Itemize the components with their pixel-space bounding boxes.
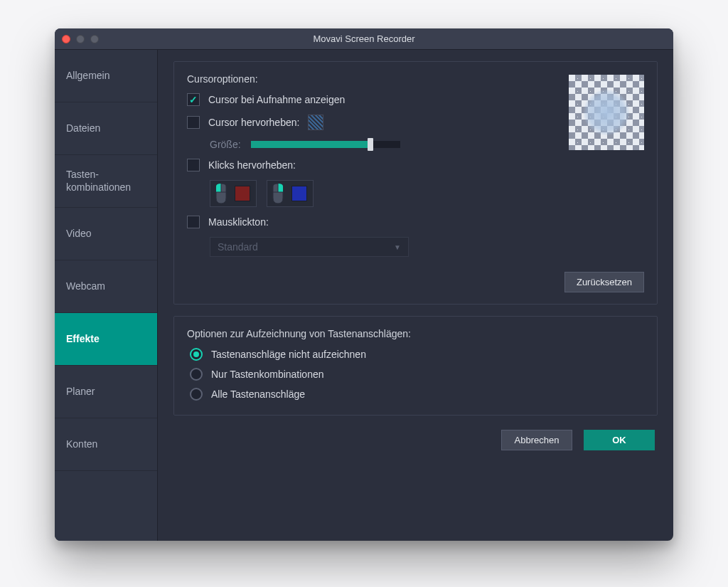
- sidebar-item-label: Allgemein: [66, 70, 109, 83]
- size-slider[interactable]: [251, 141, 400, 148]
- cancel-button[interactable]: Abbrechen: [501, 430, 572, 450]
- minimize-icon[interactable]: [76, 35, 85, 43]
- click-sound-select-value: Standard: [218, 241, 258, 253]
- highlight-clicks-label: Klicks hervorheben:: [208, 159, 296, 171]
- sidebar-item-effects[interactable]: Effekte: [55, 313, 157, 366]
- click-sound-select: Standard ▼: [210, 237, 409, 257]
- cursor-highlight-preview-icon: [584, 90, 629, 135]
- keystroke-option-all[interactable]: Alle Tastenanschläge: [190, 388, 644, 401]
- highlight-color-swatch[interactable]: [308, 115, 323, 130]
- window-title: Movavi Screen Recorder: [55, 33, 673, 44]
- sidebar-item-webcam[interactable]: Webcam: [55, 260, 157, 313]
- keystroke-option-none[interactable]: Tastenanschläge nicht aufzeichnen: [190, 348, 644, 361]
- panel-title: Cursoroptionen:: [187, 73, 550, 85]
- right-click-color-swatch: [291, 186, 307, 201]
- panel-title: Optionen zur Aufzeichnung von Tastenansc…: [187, 328, 644, 339]
- window-body: Allgemein Dateien Tasten- kombinationen …: [55, 50, 673, 541]
- keystroke-option-shortcuts[interactable]: Nur Tastenkombinationen: [190, 368, 644, 381]
- left-click-color-button[interactable]: [210, 180, 257, 207]
- sidebar-item-label: Konten: [66, 438, 97, 451]
- radio-icon: [190, 348, 203, 361]
- size-slider-thumb[interactable]: [368, 138, 373, 151]
- click-sound-label: Mausklickton:: [208, 216, 269, 228]
- sidebar-item-shortcuts[interactable]: Tasten- kombinationen: [55, 155, 157, 208]
- radio-label: Tastenanschläge nicht aufzeichnen: [211, 349, 366, 360]
- cursor-options-panel: Cursoroptionen: Cursor bei Aufnahme anze…: [173, 61, 658, 305]
- sidebar-item-scheduler[interactable]: Planer: [55, 366, 157, 418]
- radio-label: Alle Tastenanschläge: [211, 388, 305, 400]
- cursor-preview: [569, 75, 644, 150]
- window-controls: [62, 35, 99, 43]
- radio-icon: [190, 388, 203, 401]
- radio-icon: [190, 368, 203, 381]
- sidebar-item-label: Webcam: [66, 280, 105, 293]
- keystroke-panel: Optionen zur Aufzeichnung von Tastenansc…: [173, 316, 658, 416]
- show-cursor-label: Cursor bei Aufnahme anzeigen: [208, 94, 345, 105]
- sidebar-item-accounts[interactable]: Konten: [55, 418, 157, 471]
- close-icon[interactable]: [62, 35, 70, 43]
- highlight-cursor-label: Cursor hervorheben:: [208, 117, 299, 128]
- sidebar-item-label: Dateien: [66, 122, 100, 135]
- click-sound-checkbox[interactable]: [187, 216, 200, 228]
- radio-label: Nur Tastenkombinationen: [211, 369, 324, 380]
- ok-button[interactable]: OK: [584, 430, 655, 450]
- reset-button[interactable]: Zurücksetzen: [564, 272, 644, 292]
- mouse-left-icon: [213, 184, 229, 203]
- preferences-window: Movavi Screen Recorder Allgemein Dateien…: [55, 28, 673, 541]
- chevron-down-icon: ▼: [394, 243, 401, 251]
- sidebar-item-label: Tasten- kombinationen: [66, 169, 131, 194]
- sidebar-item-label: Planer: [66, 386, 95, 398]
- mouse-right-icon: [270, 184, 286, 203]
- size-label: Größe:: [210, 139, 241, 150]
- show-cursor-checkbox[interactable]: [187, 93, 200, 106]
- left-click-color-swatch: [235, 186, 250, 201]
- size-slider-fill: [251, 141, 370, 148]
- dialog-footer: Abbrechen OK: [173, 427, 658, 450]
- sidebar: Allgemein Dateien Tasten- kombinationen …: [55, 50, 158, 541]
- highlight-clicks-checkbox[interactable]: [187, 159, 200, 171]
- sidebar-item-files[interactable]: Dateien: [55, 102, 157, 155]
- zoom-icon[interactable]: [90, 35, 99, 43]
- content-area: Cursoroptionen: Cursor bei Aufnahme anze…: [158, 50, 673, 541]
- sidebar-item-label: Effekte: [66, 333, 100, 346]
- sidebar-item-general[interactable]: Allgemein: [55, 50, 157, 102]
- sidebar-item-label: Video: [66, 228, 92, 240]
- titlebar: Movavi Screen Recorder: [55, 28, 673, 50]
- right-click-color-button[interactable]: [267, 180, 314, 207]
- sidebar-item-video[interactable]: Video: [55, 208, 157, 260]
- highlight-cursor-checkbox[interactable]: [187, 116, 200, 129]
